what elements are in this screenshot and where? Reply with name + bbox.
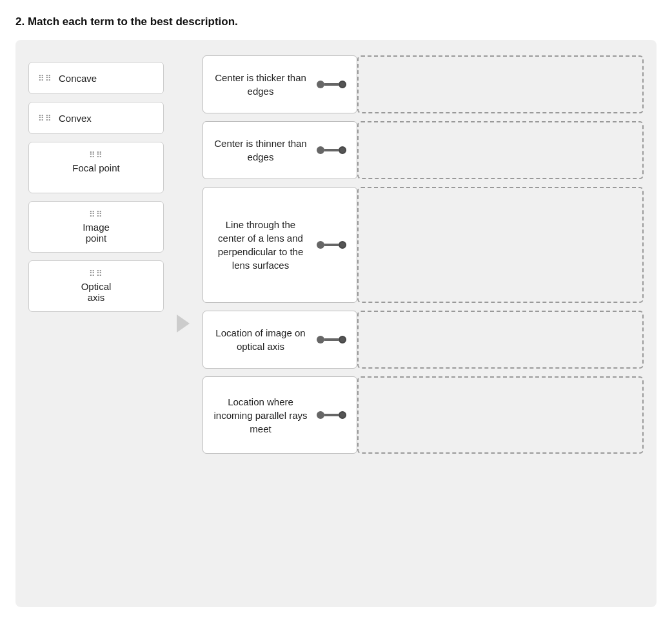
conn-dot-right <box>339 146 346 154</box>
matching-area: Center is thicker than edges Center is t… <box>196 55 644 592</box>
clue-card-3: Line through the center of a lens and pe… <box>203 187 357 303</box>
match-row-4: Location of image on optical axis <box>203 311 644 369</box>
clue-text-1: Center is thicker than edges <box>213 71 308 98</box>
term-concave[interactable]: ⠿⠿ Concave <box>28 62 164 94</box>
conn-line <box>324 244 339 246</box>
drag-handle-icon: ⠿⠿ <box>38 73 52 83</box>
conn-dot-right <box>339 336 346 343</box>
match-row-5: Location where incoming parallel rays me… <box>203 376 644 454</box>
drag-handle-icon: ⠿⠿ <box>89 269 103 278</box>
drag-handle-icon: ⠿⠿ <box>89 150 103 160</box>
term-optical-axis[interactable]: ⠿⠿ Opticalaxis <box>28 260 164 312</box>
drag-handle-icon: ⠿⠿ <box>89 209 103 219</box>
term-convex[interactable]: ⠿⠿ Convex <box>28 102 164 134</box>
connector-1 <box>317 81 346 88</box>
drag-handle-icon: ⠿⠿ <box>38 113 52 123</box>
drop-target-3[interactable] <box>357 187 644 303</box>
activity-container: ⠿⠿ Concave ⠿⠿ Convex ⠿⠿ Focal point ⠿⠿ I… <box>15 40 657 607</box>
clue-text-2: Center is thinner than edges <box>213 137 308 164</box>
clue-card-5: Location where incoming parallel rays me… <box>203 376 357 454</box>
drop-target-1[interactable] <box>357 55 644 113</box>
connector-4 <box>317 336 346 343</box>
term-focal-point[interactable]: ⠿⠿ Focal point <box>28 142 164 193</box>
connector-2 <box>317 146 346 154</box>
arrow-shape <box>177 314 190 333</box>
conn-dot-left <box>317 411 324 419</box>
conn-dot-right <box>339 81 346 88</box>
conn-dot-right <box>339 411 346 419</box>
conn-line <box>324 149 339 151</box>
term-label: Convex <box>59 113 92 124</box>
clue-text-3: Line through the center of a lens and pe… <box>213 218 308 272</box>
drop-target-4[interactable] <box>357 311 644 369</box>
match-row-2: Center is thinner than edges <box>203 121 644 179</box>
clue-text-4: Location of image on optical axis <box>213 326 308 353</box>
term-label: Focal point <box>72 162 119 173</box>
drop-target-5[interactable] <box>357 376 644 454</box>
drop-target-2[interactable] <box>357 121 644 179</box>
conn-dot-left <box>317 336 324 343</box>
clue-text-5: Location where incoming parallel rays me… <box>213 395 308 436</box>
arrow-col <box>170 55 196 592</box>
conn-dot-left <box>317 81 324 88</box>
conn-dot-left <box>317 146 324 154</box>
term-label: Concave <box>59 73 97 84</box>
clue-card-4: Location of image on optical axis <box>203 311 357 369</box>
term-label: Opticalaxis <box>81 281 112 303</box>
term-label: Imagepoint <box>83 222 110 244</box>
conn-dot-left <box>317 241 324 249</box>
term-image-point[interactable]: ⠿⠿ Imagepoint <box>28 201 164 253</box>
conn-line <box>324 414 339 416</box>
connector-3 <box>317 241 346 249</box>
conn-line <box>324 83 339 86</box>
terms-sidebar: ⠿⠿ Concave ⠿⠿ Convex ⠿⠿ Focal point ⠿⠿ I… <box>28 55 170 592</box>
clue-card-1: Center is thicker than edges <box>203 55 357 113</box>
match-row-3: Line through the center of a lens and pe… <box>203 187 644 303</box>
conn-dot-right <box>339 241 346 249</box>
conn-line <box>324 338 339 341</box>
clues-and-drops: Center is thicker than edges Center is t… <box>203 55 644 592</box>
match-row-1: Center is thicker than edges <box>203 55 644 113</box>
connector-5 <box>317 411 346 419</box>
clue-card-2: Center is thinner than edges <box>203 121 357 179</box>
question-title: 2. Match each term to the best descripti… <box>15 15 657 28</box>
